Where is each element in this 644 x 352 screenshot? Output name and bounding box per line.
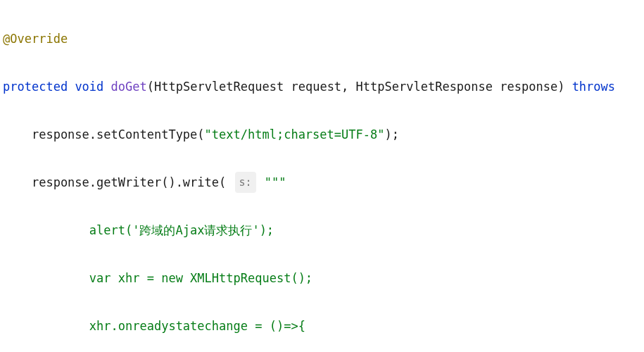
js1: alert('跨域的Ajax请求执行'); [3, 223, 274, 237]
l3-a: response.setContentType( [3, 127, 205, 142]
line-method-sig: protected void doGet(HttpServletRequest … [3, 75, 643, 99]
js3: xhr.onreadystatechange = ()=>{ [3, 319, 305, 333]
l3-b: ); [384, 127, 398, 142]
method-name: doGet [111, 80, 147, 94]
line-3: response.setContentType("text/html;chars… [3, 122, 643, 146]
line-js3: xhr.onreadystatechange = ()=>{ [3, 314, 643, 338]
method-params: (HttpServletRequest request, HttpServlet… [147, 80, 572, 94]
l4-a: response.getWriter().write( [3, 175, 234, 189]
kw-throws: throws [572, 80, 615, 94]
code-block: @Override protected void doGet(HttpServl… [0, 0, 644, 352]
annotation-override: @Override [3, 32, 68, 46]
inline-hint-s: s: [235, 172, 256, 193]
kw-protected: protected [3, 80, 68, 94]
js2: var xhr = new XMLHttpRequest(); [3, 271, 312, 285]
kw-void: void [75, 80, 103, 94]
line-js1: alert('跨域的Ajax请求执行'); [3, 218, 643, 242]
l3-string: "text/html;charset=UTF-8" [205, 127, 385, 142]
l4-triplequote: """ [258, 175, 286, 189]
line-js2: var xhr = new XMLHttpRequest(); [3, 266, 643, 290]
line-annotation: @Override [3, 27, 643, 51]
line-4: response.getWriter().write( s: """ [3, 170, 643, 194]
